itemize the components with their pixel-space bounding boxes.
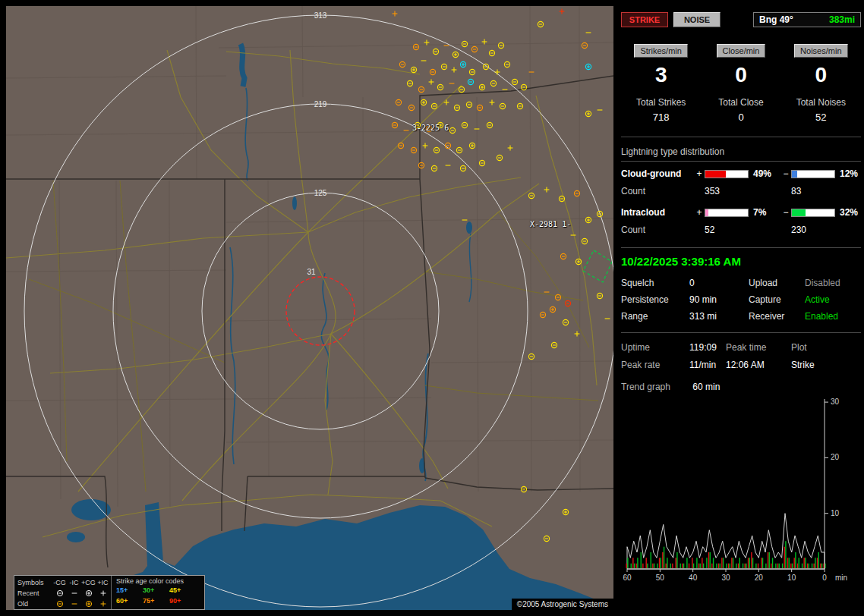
storm-cell-label: X-2981 1-: [530, 220, 571, 228]
svg-text:30: 30: [721, 574, 730, 582]
legend-old-label: Old: [17, 600, 52, 608]
age-code-75: 75+: [143, 597, 169, 605]
plot-mode-value: Strike: [791, 360, 861, 370]
legend-recent-label: Recent: [17, 589, 52, 597]
sidebar: STRIKE NOISE Bng 49° 383mi Strikes/min 3…: [616, 6, 864, 610]
ic-neg-pct: 32%: [835, 207, 861, 218]
trend-strike-series: [627, 514, 825, 569]
plot-label: Plot: [791, 342, 861, 353]
close-per-min-label: Close/min: [717, 44, 766, 58]
total-close: Total Close 0: [701, 97, 780, 123]
cg-pos-bar: [705, 170, 749, 178]
cg-neg-old-icon: [52, 599, 67, 608]
intracloud-label: Intracloud: [621, 207, 694, 218]
svg-text:20: 20: [831, 453, 840, 461]
peak-rate-label: Peak rate: [621, 360, 689, 370]
cg-neg-bar: [791, 170, 835, 178]
peak-rate-value: 11/min: [689, 360, 726, 370]
cg-neg-recent-icon: [52, 589, 67, 598]
map-legend: Symbols -CG -IC +CG +IC Recent Old Strik…: [14, 575, 205, 610]
trend-graph-label: Trend graph: [621, 382, 670, 392]
distribution-title: Lightning type distribution: [621, 137, 861, 162]
ic-pos-pct: 7%: [749, 207, 780, 218]
bearing-value: Bng 49°: [759, 14, 793, 25]
age-code-15: 15+: [116, 586, 143, 594]
cg-pos-pct: 49%: [749, 168, 780, 179]
close-per-min: Close/min 0: [701, 44, 780, 87]
legend-symbols-title: Symbols: [17, 579, 52, 586]
svg-text:min: min: [835, 574, 847, 582]
status-panel: Uptime 119:09 Peak time Plot Peak rate 1…: [621, 332, 861, 370]
count-label: Count: [621, 186, 694, 196]
receiver-status: Enabled: [805, 311, 861, 322]
range-label: Range: [621, 311, 689, 322]
ic-neg-recent-icon: [67, 589, 81, 598]
sidebar-top-bar: STRIKE NOISE Bng 49° 383mi: [621, 12, 861, 27]
ic-pos-count: 52: [705, 225, 749, 235]
range-ring-label: 313: [314, 11, 327, 20]
intracloud-count-row: Count 52 230: [621, 225, 861, 235]
minus-sign: −: [780, 168, 791, 179]
map-canvas: 31321912531: [6, 6, 613, 610]
ic-neg-bar: [791, 209, 835, 217]
persistence-label: Persistence: [621, 294, 689, 305]
ic-neg-old-icon: [67, 599, 81, 608]
noises-per-min-label: Noises/min: [794, 44, 847, 58]
bearing-distance-box: Bng 49° 383mi: [753, 12, 861, 27]
range-ring-label: 219: [314, 100, 327, 108]
noises-per-min-value: 0: [781, 63, 861, 87]
cg-pos-count: 353: [705, 186, 749, 196]
trend-window-value: 60 min: [692, 382, 720, 392]
svg-text:60: 60: [623, 574, 632, 582]
strikes-per-min-value: 3: [621, 63, 701, 87]
cg-neg-pct: 12%: [835, 168, 861, 179]
range-value: 313 mi: [689, 311, 749, 322]
cloud-ground-label: Cloud-ground: [621, 168, 694, 179]
cloud-ground-count-row: Count 353 83: [621, 186, 861, 196]
legend-header-pos-ic: +IC: [96, 579, 110, 586]
svg-text:40: 40: [689, 574, 698, 582]
squelch-label: Squelch: [621, 278, 689, 288]
svg-text:20: 20: [755, 574, 764, 582]
cg-neg-count: 83: [791, 186, 835, 196]
svg-text:10: 10: [787, 574, 796, 582]
svg-text:10: 10: [831, 509, 840, 517]
plus-sign: +: [694, 168, 705, 179]
peak-time-value: 12:06 AM: [726, 360, 791, 370]
distance-value: 383mi: [829, 14, 855, 25]
strikes-per-min: Strikes/min 3: [621, 44, 701, 87]
uptime-label: Uptime: [621, 342, 689, 353]
datetime-display: 10/22/2025 3:39:16 AM: [621, 247, 861, 268]
noise-toggle-button[interactable]: NOISE: [673, 12, 721, 27]
cg-pos-recent-icon: [81, 589, 96, 598]
svg-text:0: 0: [822, 574, 827, 582]
age-code-45: 45+: [169, 586, 196, 594]
svg-text:50: 50: [656, 574, 665, 582]
receiver-label: Receiver: [749, 311, 805, 322]
legend-symbols-table: Symbols -CG -IC +CG +IC Recent Old: [14, 576, 111, 609]
range-ring-label: 125: [314, 189, 327, 197]
ic-pos-old-icon: [96, 599, 110, 608]
strike-toggle-button[interactable]: STRIKE: [621, 12, 668, 27]
settings-panel: Squelch 0 Upload Disabled Persistence 90…: [621, 278, 861, 322]
ic-pos-recent-icon: [96, 589, 110, 598]
copyright: ©2005 Astrogenic Systems: [512, 599, 613, 610]
intracloud-row: Intracloud + 7% − 32%: [621, 207, 861, 218]
trend-graph: 3020106050403020100min: [621, 396, 858, 587]
map[interactable]: 31321912531 3-2225 6 X-2981 1- Symbols -…: [6, 6, 613, 610]
rates-row: Strikes/min 3 Close/min 0 Noises/min 0: [621, 44, 861, 87]
legend-header-pos-cg: +CG: [81, 579, 96, 586]
svg-text:30: 30: [831, 398, 840, 406]
plus-sign: +: [694, 207, 705, 218]
cg-pos-old-icon: [81, 599, 96, 608]
strikes-per-min-label: Strikes/min: [634, 44, 687, 58]
totals-row: Total Strikes 718 Total Close 0 Total No…: [621, 97, 861, 123]
legend-header-neg-cg: -CG: [52, 579, 67, 586]
uptime-value: 119:09: [689, 342, 726, 353]
legend-age-title: Strike age color codes: [116, 577, 201, 585]
alarm-ring-label: 31: [307, 268, 316, 276]
capture-label: Capture: [749, 294, 805, 305]
age-code-90: 90+: [169, 597, 196, 605]
upload-status: Disabled: [805, 278, 861, 288]
ic-pos-bar: [705, 209, 749, 217]
